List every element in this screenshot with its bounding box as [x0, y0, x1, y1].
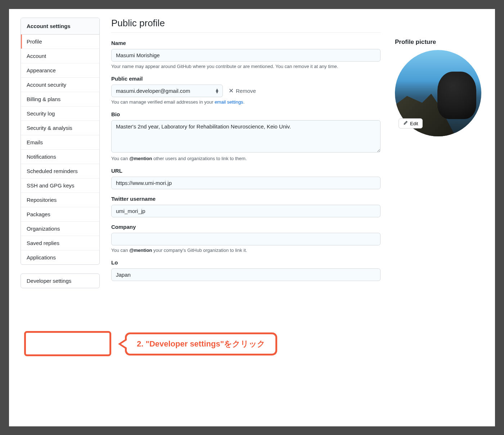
company-label: Company: [111, 224, 381, 230]
bio-label: Bio: [111, 111, 381, 117]
sidebar-item-saved-replies[interactable]: Saved replies: [21, 236, 99, 250]
annotation-highlight: [24, 331, 111, 356]
name-label: Name: [111, 40, 381, 46]
email-select[interactable]: masumi.developer@gmail.com: [111, 85, 223, 97]
sidebar-item-ssh-gpg-keys[interactable]: SSH and GPG keys: [21, 178, 99, 193]
sidebar-item-account[interactable]: Account: [21, 49, 99, 63]
page-title: Public profile: [111, 18, 381, 33]
profile-picture-heading: Profile picture: [395, 38, 481, 46]
email-note: You can manage verified email addresses …: [111, 99, 381, 105]
bio-note: You can @mention other users and organiz…: [111, 156, 381, 161]
twitter-input[interactable]: [111, 205, 381, 217]
name-input[interactable]: [111, 49, 381, 62]
name-note: Your name may appear around GitHub where…: [111, 64, 381, 69]
sidebar-item-security-log[interactable]: Security log: [21, 107, 99, 121]
email-label: Public email: [111, 76, 381, 82]
email-settings-link[interactable]: email settings: [215, 99, 243, 105]
sidebar-item-packages[interactable]: Packages: [21, 207, 99, 222]
sidebar-item-appearance[interactable]: Appearance: [21, 63, 99, 78]
account-settings-menu: Account settings Profile Account Appeara…: [21, 18, 100, 265]
sidebar-item-billing[interactable]: Billing & plans: [21, 92, 99, 107]
sidebar-item-account-security[interactable]: Account security: [21, 78, 99, 92]
sidebar-item-organizations[interactable]: Organizations: [21, 222, 99, 236]
company-note: You can @mention your company's GitHub o…: [111, 248, 381, 253]
remove-email-button[interactable]: ✕ Remove: [229, 88, 256, 94]
bio-textarea[interactable]: Master's 2nd year, Laboratory for Rehabi…: [111, 120, 381, 153]
twitter-label: Twitter username: [111, 196, 381, 202]
location-input[interactable]: [111, 268, 381, 281]
sidebar-item-notifications[interactable]: Notifications: [21, 150, 99, 164]
close-icon: ✕: [229, 88, 234, 94]
sidebar-item-scheduled-reminders[interactable]: Scheduled reminders: [21, 164, 99, 178]
sidebar-item-emails[interactable]: Emails: [21, 135, 99, 150]
sidebar-header: Account settings: [21, 18, 99, 35]
edit-avatar-button[interactable]: Edit: [399, 118, 423, 128]
sidebar-item-security-analysis[interactable]: Security & analysis: [21, 121, 99, 135]
url-label: URL: [111, 168, 381, 174]
sidebar-item-repositories[interactable]: Repositories: [21, 193, 99, 207]
sidebar-item-profile[interactable]: Profile: [21, 35, 99, 49]
annotation-callout: 2. "Developer settings"をクリック: [125, 332, 277, 355]
sidebar-item-developer-settings[interactable]: Developer settings: [21, 274, 99, 288]
sidebar: Account settings Profile Account Appeara…: [21, 18, 100, 288]
edit-label: Edit: [410, 121, 418, 126]
location-label: Lo: [111, 259, 381, 266]
remove-label: Remove: [236, 88, 256, 94]
sidebar-item-applications[interactable]: Applications: [21, 250, 99, 264]
url-input[interactable]: [111, 177, 381, 189]
company-input[interactable]: [111, 233, 381, 245]
developer-settings-menu: Developer settings: [21, 273, 100, 288]
pencil-icon: [403, 121, 408, 126]
